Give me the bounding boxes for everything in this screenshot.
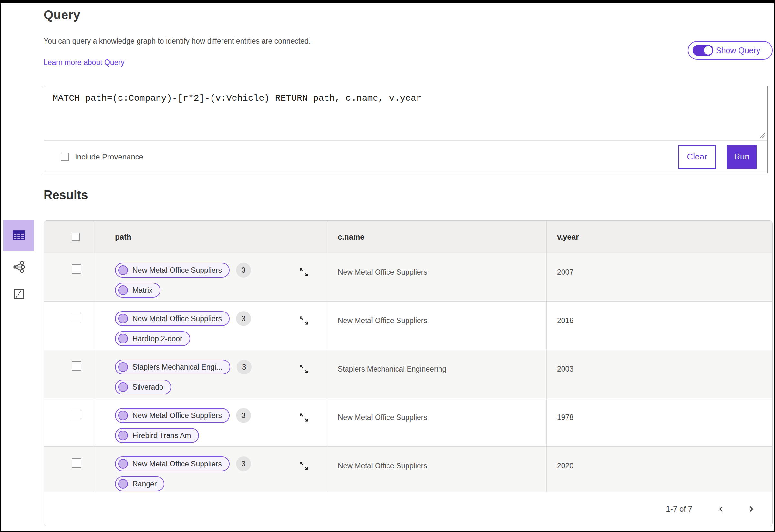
table-row: New Metal Office Suppliers 3 Ranger New … [44, 447, 772, 492]
table-row: New Metal Office Suppliers 3 Firebird Tr… [44, 398, 772, 447]
row-checkbox[interactable] [72, 458, 81, 468]
chevron-left-icon [718, 505, 725, 513]
resize-handle-icon[interactable] [757, 130, 766, 139]
cname-cell: New Metal Office Suppliers [327, 398, 547, 446]
node-dot-icon [118, 334, 128, 343]
node-dot-icon [118, 459, 128, 469]
query-editor-panel: MATCH path=(c:Company)-[r*2]-(v:Vehicle)… [44, 86, 768, 173]
row-checkbox[interactable] [72, 361, 81, 371]
expand-icon[interactable] [298, 460, 309, 471]
toggle-on-icon[interactable] [693, 45, 713, 56]
results-title: Results [44, 188, 88, 202]
column-header-vyear[interactable]: v.year [547, 221, 772, 253]
relationship-count-badge: 3 [236, 408, 251, 423]
show-query-label: Show Query [716, 46, 760, 55]
path-node-pill[interactable]: Firebird Trans Am [115, 428, 199, 443]
path-node-pill[interactable]: Silverado [115, 380, 171, 394]
table-view-button[interactable] [3, 220, 34, 251]
vyear-cell: 2016 [547, 302, 772, 350]
learn-more-link[interactable]: Learn more about Query [44, 58, 125, 67]
path-node-pill[interactable]: New Metal Office Suppliers [115, 311, 229, 326]
toggle-knob [703, 46, 713, 55]
graph-view-button[interactable] [3, 259, 34, 275]
path-node-pill[interactable]: Ranger [115, 476, 164, 491]
table-body: New Metal Office Suppliers 3 Matrix New … [44, 253, 772, 492]
relationship-count-badge: 3 [236, 263, 251, 278]
cname-cell: New Metal Office Suppliers [327, 447, 547, 492]
table-header-row: path c.name v.year [44, 221, 772, 253]
table-row: New Metal Office Suppliers 3 Matrix New … [44, 253, 772, 302]
row-checkbox[interactable] [72, 410, 81, 419]
path-node-pill[interactable]: Hardtop 2-door [115, 331, 190, 346]
table-icon [12, 229, 25, 242]
select-all-checkbox[interactable] [72, 233, 80, 241]
table-footer: 1-7 of 7 [44, 492, 772, 526]
cname-cell: New Metal Office Suppliers [327, 253, 547, 301]
table-row: New Metal Office Suppliers 3 Hardtop 2-d… [44, 302, 772, 350]
vyear-cell: 2020 [547, 447, 772, 492]
expand-icon[interactable] [298, 315, 309, 326]
path-node-label: Matrix [132, 286, 153, 295]
include-provenance-label: Include Provenance [75, 152, 143, 161]
results-view-switcher [3, 220, 34, 302]
chevron-right-icon [747, 505, 755, 513]
previous-page-button[interactable] [716, 503, 727, 515]
path-node-label: Staplers Mechanical Engi... [132, 363, 222, 372]
path-node-pill[interactable]: Matrix [115, 283, 160, 298]
relationship-count-badge: 3 [236, 311, 251, 326]
sketch-view-button[interactable] [3, 286, 34, 302]
path-node-pill[interactable]: New Metal Office Suppliers [115, 408, 229, 423]
node-dot-icon [118, 382, 128, 392]
path-node-pill[interactable]: Staplers Mechanical Engi... [115, 360, 230, 374]
vyear-cell: 2007 [547, 253, 772, 301]
expand-icon[interactable] [298, 267, 309, 278]
node-dot-icon [118, 411, 128, 420]
relationship-count-badge: 3 [236, 456, 251, 471]
path-node-label: New Metal Office Suppliers [132, 266, 222, 275]
query-editor-footer: Include Provenance Clear Run [44, 140, 767, 173]
path-node-label: Firebird Trans Am [132, 431, 191, 440]
column-header-path[interactable]: path [94, 221, 327, 253]
node-dot-icon [118, 314, 128, 323]
node-dot-icon [118, 362, 128, 372]
column-header-cname[interactable]: c.name [327, 221, 547, 253]
row-checkbox[interactable] [72, 313, 81, 322]
path-node-label: Hardtop 2-door [132, 334, 182, 343]
page-title: Query [44, 8, 80, 22]
page-description: You can query a knowledge graph to ident… [44, 37, 311, 46]
graph-icon [12, 261, 25, 273]
sketch-icon [13, 288, 25, 300]
show-query-toggle[interactable]: Show Query [688, 41, 773, 60]
next-page-button[interactable] [745, 503, 757, 515]
path-node-label: New Metal Office Suppliers [132, 314, 222, 323]
cname-cell: Staplers Mechanical Engineering [327, 350, 547, 398]
expand-icon[interactable] [298, 412, 309, 423]
path-node-pill[interactable]: New Metal Office Suppliers [115, 456, 229, 471]
node-dot-icon [118, 479, 128, 489]
path-node-label: Silverado [132, 383, 163, 392]
row-checkbox[interactable] [72, 264, 81, 274]
vyear-cell: 1978 [547, 398, 772, 446]
path-node-label: New Metal Office Suppliers [132, 460, 222, 468]
path-node-label: Ranger [132, 480, 157, 488]
path-node-label: New Metal Office Suppliers [132, 411, 222, 420]
expand-icon[interactable] [298, 363, 309, 374]
table-row: Staplers Mechanical Engi... 3 Silverado … [44, 350, 772, 398]
node-dot-icon [118, 285, 128, 295]
clear-button[interactable]: Clear [678, 145, 716, 169]
include-provenance-option[interactable]: Include Provenance [61, 152, 143, 161]
node-dot-icon [118, 265, 128, 275]
results-table: path c.name v.year New Metal Office Supp… [44, 220, 773, 526]
pagination-range: 1-7 of 7 [666, 505, 692, 514]
path-node-pill[interactable]: New Metal Office Suppliers [115, 263, 229, 278]
vyear-cell: 2003 [547, 350, 772, 398]
include-provenance-checkbox[interactable] [61, 153, 69, 161]
query-input[interactable]: MATCH path=(c:Company)-[r*2]-(v:Vehicle)… [44, 86, 767, 140]
cname-cell: New Metal Office Suppliers [327, 302, 547, 350]
run-button[interactable]: Run [727, 145, 757, 169]
node-dot-icon [118, 431, 128, 440]
relationship-count-badge: 3 [237, 360, 251, 374]
